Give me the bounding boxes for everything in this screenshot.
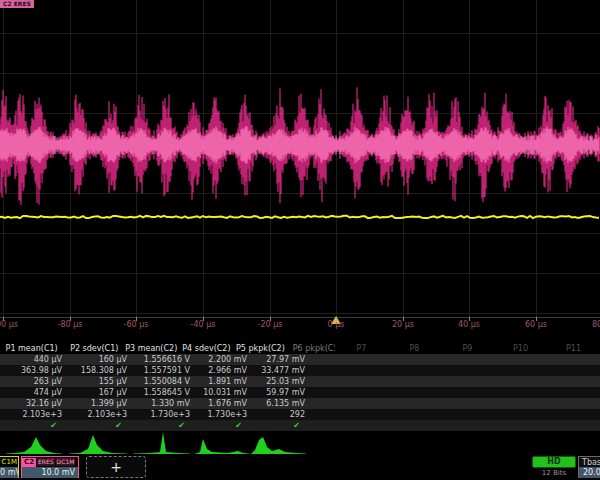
table-row: 363.98 µV158.308 µV1.557591 V2.966 mV33.… xyxy=(0,365,600,376)
param-header-cell[interactable]: P1 mean(C1) xyxy=(0,343,62,354)
parameter-histogram-icon[interactable] xyxy=(6,437,62,454)
add-trace-button[interactable]: + xyxy=(86,456,146,478)
waveform-grid[interactable] xyxy=(0,0,600,334)
param-header-cell-unused[interactable]: P8 xyxy=(388,343,441,354)
param-header-cell-unused[interactable]: P11 xyxy=(547,343,600,354)
parameter-histogram-icon[interactable] xyxy=(69,435,127,454)
hd-badge: HD xyxy=(532,456,576,468)
measurement-value-cell: 292 xyxy=(251,409,309,420)
hd-mode-module[interactable]: HD 12 Bits xyxy=(532,456,576,478)
measurement-value-cell: 2.200 mV xyxy=(194,354,251,365)
measurement-value-cell: 1.330 mV xyxy=(131,398,194,409)
param-header-cell[interactable]: P3 mean(C2) xyxy=(122,343,181,354)
plus-icon: + xyxy=(110,459,122,475)
measurement-value-cell: 1.556616 V xyxy=(131,354,194,365)
measurement-value-cell: 1.399 µV xyxy=(66,398,131,409)
measurement-value-cell: 1.676 mV xyxy=(194,398,251,409)
measurement-value-cell: 2.966 mV xyxy=(194,365,251,376)
measurement-value-cell: 1.558645 V xyxy=(131,387,194,398)
measurement-value-cell: 474 µV xyxy=(0,387,66,398)
c2-label: C2 xyxy=(22,458,36,467)
c2-coupling-chip: DC1M xyxy=(56,458,76,466)
measurement-value-cell: 263 µV xyxy=(0,376,66,387)
hd-bits-label: 12 Bits xyxy=(532,468,576,478)
measurement-value-cell: 1.550084 V xyxy=(131,376,194,387)
channel-descriptor-c1[interactable]: C1M 0 mV xyxy=(0,456,19,478)
measurement-value-cell: 1.557591 V xyxy=(131,365,194,376)
measurement-value-cell: 440 µV xyxy=(0,354,66,365)
param-header-cell[interactable]: P2 sdev(C1) xyxy=(62,343,123,354)
timebase-descriptor[interactable]: Tbase 20.0 µs/div xyxy=(578,456,600,478)
table-row: P1 mean(C1)P2 sdev(C1)P3 mean(C2)P4 sdev… xyxy=(0,343,600,354)
c1-vdiv-value: 0 mV xyxy=(0,467,18,478)
param-header-cell[interactable]: P4 sdev(C2) xyxy=(181,343,234,354)
param-header-cell-unused[interactable]: P9 xyxy=(441,343,494,354)
measurement-table: P1 mean(C1)P2 sdev(C1)P3 mean(C2)P4 sdev… xyxy=(0,343,600,431)
measurement-value-cell: 363.98 µV xyxy=(0,365,66,376)
c2-vdiv-value: 10.0 mV xyxy=(22,467,78,478)
measurement-value-cell: 59.97 mV xyxy=(251,387,309,398)
measurement-value-cell: 25.03 mV xyxy=(251,376,309,387)
table-row: 440 µV160 µV1.556616 V2.200 mV27.97 mV xyxy=(0,354,600,365)
parameter-histogram-icon[interactable] xyxy=(195,439,249,454)
table-row: 32.16 µV1.399 µV1.330 mV1.676 mV6.135 mV xyxy=(0,398,600,409)
measurement-value-cell: 1.730e+3 xyxy=(131,409,194,420)
param-header-cell[interactable]: P5 pkpk(C2) xyxy=(235,343,289,354)
measurement-value-cell: 160 µV xyxy=(66,354,131,365)
param-header-cell-unused[interactable]: P6 pkpk(C5) xyxy=(289,343,335,354)
measurement-value-cell: 1.730e+3 xyxy=(194,409,251,420)
parameter-histogram-icon[interactable] xyxy=(251,437,306,454)
table-row: 263 µV155 µV1.550084 V1.891 mV25.03 mV xyxy=(0,376,600,387)
measurement-value-cell: 158.308 µV xyxy=(66,365,131,376)
tbase-title: Tbase xyxy=(579,457,600,467)
oscilloscope-screen: C2 ERES -100 µs-80 µs-60 µs-40 µs-20 µs0… xyxy=(0,0,600,480)
histicon-row xyxy=(0,430,600,456)
c2-eres-chip: ERES xyxy=(37,458,55,466)
measurement-value-cell: 32.16 µV xyxy=(0,398,66,409)
channel-descriptor-c2[interactable]: C2 ERES DC1M 10.0 mV xyxy=(21,456,79,478)
c1-title: C1M xyxy=(0,457,18,467)
measurement-value-cell: 1.891 mV xyxy=(194,376,251,387)
param-header-cell-unused[interactable]: P10 xyxy=(494,343,547,354)
measurement-value-cell: 27.97 mV xyxy=(251,354,309,365)
measurement-value-cell: 33.477 mV xyxy=(251,365,309,376)
measurement-value-cell: 6.135 mV xyxy=(251,398,309,409)
param-header-cell-unused[interactable]: P7 xyxy=(335,343,388,354)
measurement-value-cell: 155 µV xyxy=(66,376,131,387)
tbase-value: 20.0 µs/div xyxy=(579,467,600,478)
table-row: 2.103e+32.103e+31.730e+31.730e+3292 xyxy=(0,409,600,420)
measurement-value-cell: 167 µV xyxy=(66,387,131,398)
measurement-value-cell: 2.103e+3 xyxy=(66,409,131,420)
parameter-histogram-icon[interactable] xyxy=(133,432,190,454)
measurement-value-cell: 10.031 mV xyxy=(194,387,251,398)
trace-label-badge[interactable]: C2 ERES xyxy=(0,0,34,8)
measurement-value-cell: 2.103e+3 xyxy=(0,409,66,420)
table-row: 474 µV167 µV1.558645 V10.031 mV59.97 mV xyxy=(0,387,600,398)
